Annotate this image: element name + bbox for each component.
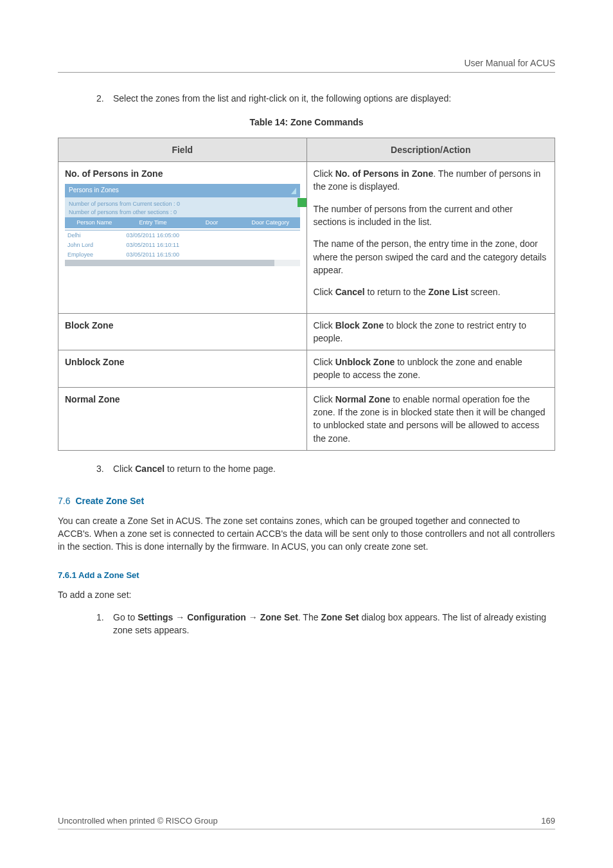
list-item: Delhi 03/05/2011 16:05:00 <box>65 231 300 240</box>
persons-in-zone-screenshot: Persons in Zones Number of persons from … <box>65 184 300 266</box>
section-7-6-1-intro: To add a zone set: <box>58 588 555 601</box>
table-caption: Table 14: Zone Commands <box>58 116 555 129</box>
row4-desc: Click Normal Zone to enable normal opera… <box>306 387 555 450</box>
table-row: No. of Persons in Zone Persons in Zones … <box>58 162 555 313</box>
row3-field: Unblock Zone <box>58 350 307 388</box>
footer-page-number: 169 <box>541 815 555 827</box>
th-field: Field <box>58 138 307 161</box>
list-item: John Lord 03/05/2011 16:10:11 <box>65 240 300 250</box>
step-2-text: Select the zones from the list and right… <box>113 92 451 105</box>
step-1-number: 1. <box>96 611 113 637</box>
row2-desc: Click Block Zone to block the zone to re… <box>306 313 555 350</box>
page-footer: Uncontrolled when printed © RISCO Group … <box>58 815 555 829</box>
row2-field: Block Zone <box>58 313 307 350</box>
section-7-6-body: You can create a Zone Set in ACUS. The z… <box>58 514 555 554</box>
list-item: Employee 03/05/2011 16:15:00 <box>65 250 300 260</box>
section-7-6-1-heading: 7.6.1 Add a Zone Set <box>58 570 555 582</box>
screenshot-line1: Number of persons from Current section :… <box>69 200 296 208</box>
step-1-text: Go to Settings → Configuration → Zone Se… <box>113 611 555 637</box>
triangle-icon <box>291 188 296 194</box>
table-row: Block Zone Click Block Zone to block the… <box>58 313 555 350</box>
step-3-number: 3. <box>96 462 113 475</box>
footer-left: Uncontrolled when printed © RISCO Group <box>58 815 218 827</box>
section-7-6-heading: 7.6Create Zone Set <box>58 494 555 507</box>
table-row: Unblock Zone Click Unblock Zone to unblo… <box>58 350 555 388</box>
col-person-name: Person Name <box>65 219 123 227</box>
step-3-text: Click Cancel to return to the home page. <box>113 462 276 475</box>
step-2-number: 2. <box>96 92 113 105</box>
col-entry-time: Entry Time <box>123 219 182 227</box>
screenshot-grid: Delhi 03/05/2011 16:05:00 John Lord 03/0… <box>65 228 300 260</box>
col-door: Door <box>182 219 241 227</box>
screenshot-title: Persons in Zones <box>69 186 119 195</box>
header-title: User Manual for ACUS <box>58 57 555 73</box>
step-3: 3. Click Cancel to return to the home pa… <box>96 462 555 475</box>
col-door-category: Door Category <box>241 219 299 227</box>
th-description: Description/Action <box>306 138 555 161</box>
row4-field: Normal Zone <box>58 387 307 450</box>
row1-desc: Click No. of Persons in Zone. The number… <box>306 162 555 313</box>
table-row: Normal Zone Click Normal Zone to enable … <box>58 387 555 450</box>
step-7-6-1-1: 1. Go to Settings → Configuration → Zone… <box>96 611 555 637</box>
step-2: 2. Select the zones from the list and ri… <box>96 92 555 105</box>
screenshot-grid-header: Person Name Entry Time Door Door Categor… <box>65 217 300 228</box>
row1-field: No. of Persons in Zone <box>65 167 300 180</box>
screenshot-line2: Number of persons from other sections : … <box>69 208 296 217</box>
zone-commands-table: Field Description/Action No. of Persons … <box>58 138 555 451</box>
row3-desc: Click Unblock Zone to unblock the zone a… <box>306 350 555 388</box>
screenshot-footer <box>65 260 300 266</box>
green-square-icon <box>298 198 306 207</box>
